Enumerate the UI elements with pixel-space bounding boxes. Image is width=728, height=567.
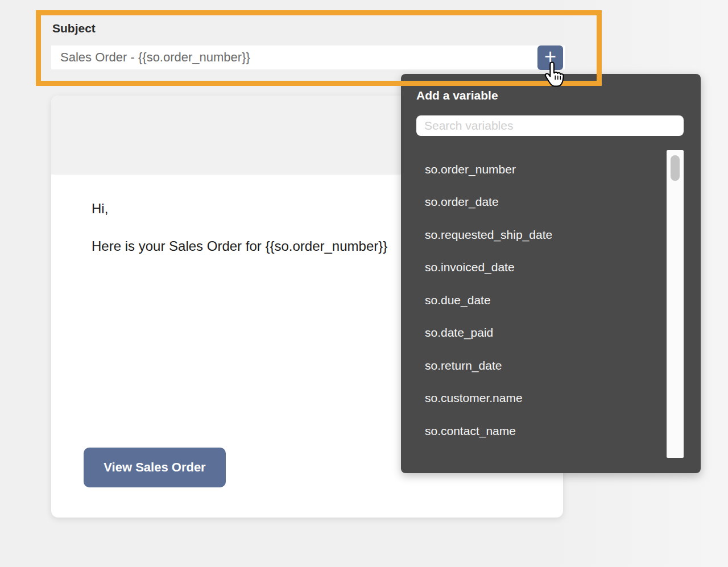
variable-item[interactable]: so.contact_name: [401, 415, 663, 448]
variable-list: so.order_numberso.order_dateso.requested…: [401, 153, 663, 448]
email-template-editor: Subject + Hi, Here is your Sales Order f…: [0, 0, 728, 567]
variable-item[interactable]: so.order_number: [401, 153, 663, 186]
variable-item[interactable]: so.invoiced_date: [401, 251, 663, 284]
email-greeting: Hi,: [92, 201, 108, 217]
plus-icon: +: [544, 47, 556, 67]
dropdown-title: Add a variable: [416, 89, 498, 102]
add-variable-button[interactable]: +: [537, 45, 563, 70]
scrollbar-thumb[interactable]: [671, 155, 680, 181]
variable-item[interactable]: so.due_date: [401, 284, 663, 317]
email-body-line: Here is your Sales Order for {{so.order_…: [92, 238, 387, 254]
scrollbar-track[interactable]: [667, 150, 684, 458]
add-variable-dropdown: Add a variable so.order_numberso.order_d…: [401, 74, 701, 473]
variable-item[interactable]: so.order_date: [401, 186, 663, 219]
variable-item[interactable]: so.date_paid: [401, 317, 663, 350]
variable-item[interactable]: so.customer.name: [401, 382, 663, 415]
variable-item[interactable]: so.requested_ship_date: [401, 218, 663, 251]
subject-input[interactable]: [51, 45, 565, 69]
subject-label: Subject: [52, 22, 96, 35]
variable-item[interactable]: so.return_date: [401, 349, 663, 382]
view-sales-order-button[interactable]: View Sales Order: [84, 448, 226, 487]
variable-search-input[interactable]: [416, 115, 684, 136]
